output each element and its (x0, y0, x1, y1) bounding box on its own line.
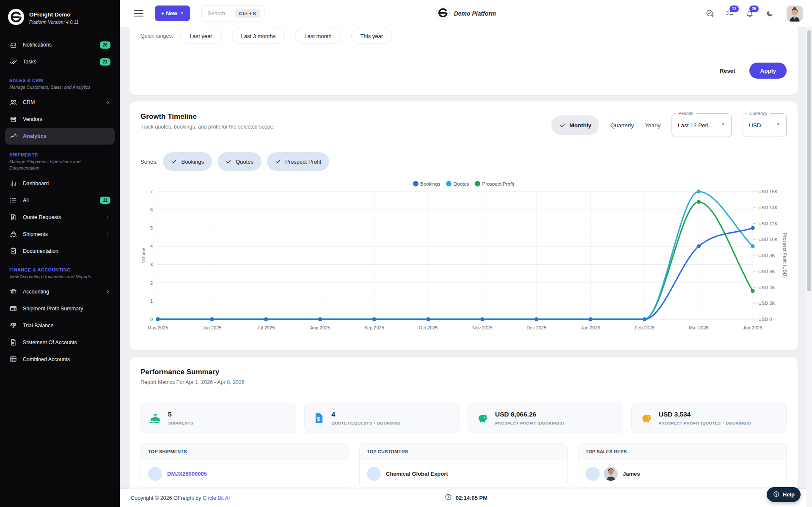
stat-label: PROSPECT PROFIT (BOOKINGS) (495, 421, 564, 425)
series-toggle-quotes[interactable]: Quotes (217, 152, 261, 171)
chevron-right-icon (105, 214, 110, 220)
bank-icon (9, 288, 17, 296)
range-pill-last-year[interactable]: Last year (180, 28, 221, 44)
rank-bubble (586, 467, 600, 481)
scale-icon (9, 321, 17, 329)
svg-text:Apr 2026: Apr 2026 (743, 325, 762, 330)
scrollbar-thumb[interactable] (807, 30, 811, 291)
stat-label: PROSPECT PROFIT (QUOTES + BOOKINGS) (659, 421, 751, 425)
topbar-actions: 1226 (705, 5, 803, 22)
moon-button[interactable] (765, 9, 774, 18)
platform-logo-icon (436, 5, 450, 22)
list-item-james[interactable]: James (586, 467, 779, 481)
sidebar-section-shipments: SHIPMENTS (9, 152, 110, 157)
sidebar-item-analytics[interactable]: Analytics (5, 128, 115, 145)
new-button[interactable]: + New ▼ (155, 5, 190, 21)
svg-text:Prospect Profit (USD): Prospect Profit (USD) (782, 233, 787, 278)
svg-text:5: 5 (150, 225, 153, 230)
check-circle-plus-button[interactable] (705, 9, 715, 18)
question-circle-icon (773, 491, 780, 498)
sidebar-item-documentation[interactable]: Documentation (5, 243, 115, 260)
sidebar: OFreight Demo Platform Version: 4.0.11 N… (0, 0, 120, 507)
svg-text:Oct 2025: Oct 2025 (419, 325, 438, 330)
bell-button[interactable]: 26 (745, 9, 754, 18)
sidebar-item-trial-balance[interactable]: Trial Balance (5, 317, 115, 334)
svg-text:May 2025: May 2025 (148, 325, 168, 330)
help-button[interactable]: Help (767, 487, 801, 502)
stat-card-prospect-profit-bookings: USD 8,066.26PROSPECT PROFIT (BOOKINGS) (468, 403, 623, 433)
series-line-bookings (158, 228, 753, 319)
panel-header: TOP SHIPMENTS (141, 444, 349, 460)
series-toggle-prospect-profit[interactable]: Prospect Profit (267, 152, 329, 171)
legend-item-quotes[interactable]: Quotes (446, 181, 469, 186)
legend-item-bookings[interactable]: Bookings (413, 181, 440, 186)
chevron-right-icon (105, 289, 110, 294)
menu-toggle-icon[interactable] (134, 10, 143, 16)
sidebar-item-combined-accounts[interactable]: Combined Accounts (5, 351, 115, 368)
series-toggle-bookings[interactable]: Bookings (163, 152, 212, 171)
svg-text:Dec 2025: Dec 2025 (526, 325, 546, 330)
periods-select[interactable]: Periods Last 12 Peri... (672, 113, 732, 137)
ship-icon (9, 230, 17, 238)
svg-text:USD 12K: USD 12K (758, 221, 778, 226)
range-pill-last-3-months[interactable]: Last 3 months (232, 28, 285, 44)
svg-text:USD 2K: USD 2K (758, 301, 775, 306)
currency-select[interactable]: Currency USD (743, 113, 787, 137)
user-avatar[interactable] (787, 5, 803, 22)
platform-name: Demo Platform (454, 10, 496, 17)
svg-text:Sep 2025: Sep 2025 (364, 325, 384, 330)
copyright-link[interactable]: Circle Bit AI (203, 495, 230, 501)
reset-button[interactable]: Reset (717, 67, 738, 74)
legend-item-prospect-profit[interactable]: Prospect Profit (475, 181, 514, 186)
svg-text:7: 7 (150, 189, 153, 194)
search-input[interactable]: Search Ctrl + K (201, 5, 264, 22)
ship-solid-icon (149, 412, 162, 425)
chevron-right-icon (105, 214, 110, 220)
apply-button[interactable]: Apply (749, 63, 787, 79)
sidebar-item-accounting[interactable]: Accounting (5, 283, 115, 300)
sidebar-item-quote-requests[interactable]: Quote Requests (5, 209, 115, 226)
list-item-dmjx26000005[interactable]: DMJX26000005 (148, 467, 341, 481)
topbar: + New ▼ Search Ctrl + K Demo Platform 12… (120, 0, 812, 27)
piggy-solid-icon (476, 412, 489, 425)
moon-icon (765, 9, 774, 18)
sidebar-item-statement-of-accounts[interactable]: Statement Of Accounts (5, 334, 115, 351)
panel-top-shipments: TOP SHIPMENTSDMJX26000005 (140, 443, 349, 488)
checklist-button[interactable]: 12 (725, 9, 735, 18)
svg-text:0: 0 (150, 317, 153, 322)
main-content: Quick ranges: Last yearLast 3 monthsLast… (120, 27, 812, 507)
svg-text:2: 2 (150, 280, 153, 285)
growth-chart: 01234567USD 0USD 2KUSD 4KUSD 6KUSD 8KUSD… (140, 188, 789, 332)
stats-row: 5SHIPMENTS$4QUOTE REQUESTS + BOOKINGSUSD… (140, 403, 787, 433)
chevron-down-icon (774, 121, 782, 130)
sidebar-item-shipment-profit-summary[interactable]: Shipment Profit Summary (5, 300, 115, 317)
sidebar-item-all[interactable]: All11 (5, 192, 115, 209)
clock-icon (444, 493, 452, 503)
legend-dot (475, 181, 480, 186)
current-time: 02:14:05 PM (456, 495, 487, 501)
app-root: OFreight Demo Platform Version: 4.0.11 N… (0, 0, 812, 507)
svg-text:3: 3 (150, 262, 153, 267)
sidebar-item-crm[interactable]: CRM (5, 94, 115, 111)
tab-monthly[interactable]: Monthly (551, 115, 600, 135)
sidebar-item-vendors[interactable]: Vendors (5, 111, 115, 128)
range-pill-last-month[interactable]: Last month (295, 28, 341, 44)
list-item-chemical-global-export[interactable]: Chemical Global Export (367, 467, 560, 481)
file-dollar-solid-icon: $ (313, 412, 325, 425)
sidebar-item-notifications[interactable]: Notifications26 (5, 36, 115, 53)
sidebar-item-shipments[interactable]: Shipments (5, 226, 115, 243)
stat-value: 5 (168, 411, 193, 418)
file-dollar-icon (9, 213, 17, 221)
sidebar-section-subtitle: Manage Customers, Sales, and Analytics (9, 84, 110, 90)
app-logo-row[interactable]: OFreight Demo Platform Version: 4.0.11 (5, 7, 115, 30)
svg-text:Nov 2025: Nov 2025 (472, 325, 492, 330)
sidebar-item-tasks[interactable]: Tasks21 (5, 53, 115, 70)
range-pill-this-year[interactable]: This year (351, 28, 392, 44)
tab-yearly[interactable]: Yearly (645, 122, 661, 129)
tab-quarterly[interactable]: Quarterly (610, 122, 634, 129)
notification-count-badge: 26 (749, 5, 759, 12)
double-check-icon (9, 58, 17, 66)
rank-bubble (148, 467, 162, 481)
app-version: Platform Version: 4.0.11 (29, 19, 79, 25)
sidebar-item-dashboard[interactable]: Dashboard (5, 175, 115, 192)
